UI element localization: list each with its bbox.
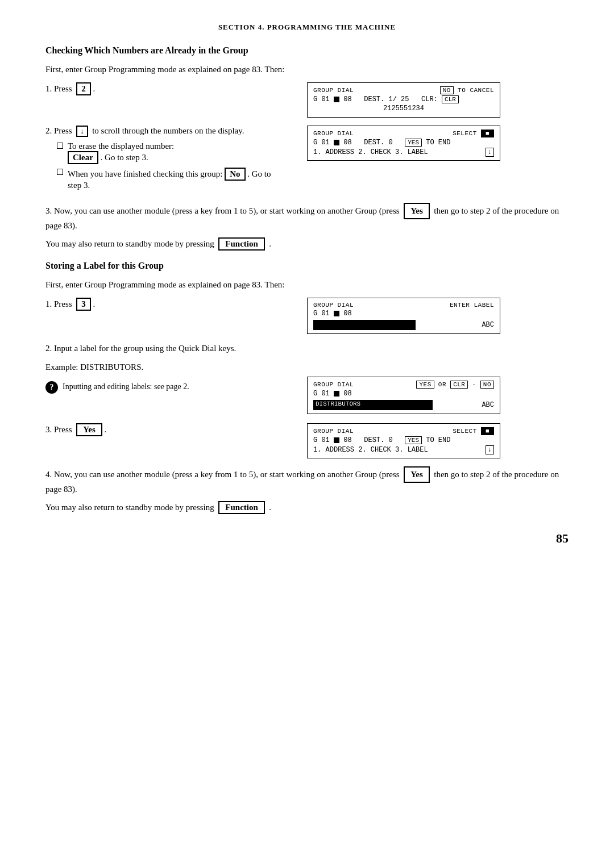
s2-lcd3-left: GROUP DIAL	[313, 428, 354, 435]
step2-left: 2. Press ↓ to scroll through the numbers…	[45, 126, 284, 194]
s2-step2-para2: Example: DISTRIBUTORS.	[45, 361, 569, 374]
s2-step4-para: 4. Now, you can use another module (pres…	[45, 466, 569, 495]
no-key: No	[225, 168, 245, 181]
step2-text-prefix: 2. Press	[45, 126, 72, 135]
lcd1-to-cancel: TO CANCEL	[458, 87, 494, 94]
section2-title: Storing a Label for this Group	[45, 261, 569, 271]
s2-lcd2-right: YES OR CLR · NO	[416, 381, 494, 389]
function-line-s2: You may also return to standby mode by p…	[45, 501, 569, 514]
s2-lcd1-right: ENTER LABEL	[450, 302, 494, 308]
lcd1-g01: G 01 08 DEST. 1/ 25 CLR: CLR	[313, 95, 459, 103]
s2-lcd1-g01: G 01 08	[313, 310, 352, 318]
section2-intro: First, enter Group Programming mode as e…	[45, 280, 569, 290]
step2-substeps: To erase the displayed number: Clear . G…	[57, 141, 284, 190]
s2-step2-lcd: GROUP DIAL YES OR CLR · NO G 01 08 DISTR…	[307, 377, 500, 414]
function-key-s2: Function	[218, 501, 265, 514]
function-key-s1: Function	[218, 237, 265, 251]
step2-lcd: GROUP DIAL SELECT ■ G 01 08 DEST. 0 YES …	[307, 126, 500, 161]
substep1-text: To erase the displayed number: Clear . G…	[68, 141, 174, 164]
s2-lcd2-abc: ABC	[482, 401, 494, 409]
section1-title: Checking Which Numbers are Already in th…	[45, 45, 569, 56]
distributors-text: DISTRIBUTORS	[316, 400, 360, 407]
s2-lcd3-g01-line2: G 01 08 DEST. 0 YES TO END	[313, 436, 450, 444]
s2-step1-left: 1. Press 3 .	[45, 298, 284, 314]
clear-key: Clear	[68, 151, 98, 164]
s2-lcd1-abc: ABC	[482, 321, 494, 329]
yes-box3: YES	[405, 436, 422, 444]
section-header: SECTION 4. PROGRAMMING THE MACHINE	[45, 23, 569, 32]
step1-row: 1. Press 2 . GROUP DIAL NO TO CANCEL G 0…	[45, 82, 569, 118]
no-box2: NO	[480, 381, 494, 389]
s2-lcd1-black-rect	[313, 320, 416, 330]
clr-box2: CLR	[450, 381, 468, 389]
step3-para: 3. Now, you can use another module (pres…	[45, 203, 569, 232]
s2-step3-row: 3. Press Yes . GROUP DIAL SELECT ■ G 01 …	[45, 423, 569, 458]
s2-step1-text: 1. Press	[45, 299, 72, 308]
s2-lcd3-line3: 1. ADDRESS 2. CHECK 3. LABEL	[313, 446, 428, 454]
s2-step2-para: 2. Input a label for the group using the…	[45, 342, 569, 355]
s2-lcd2-distributors: DISTRIBUTORS	[313, 400, 433, 410]
lcd1-line3: 2125551234	[313, 105, 494, 112]
s2-lcd2-line2: G 01 08	[313, 390, 494, 398]
select-block: ■	[481, 130, 494, 137]
lcd2-g01-line2: G 01 08 DEST. 0 YES TO END	[313, 139, 450, 147]
substep2-text: When you have finished checking this gro…	[68, 168, 284, 190]
s2-lcd3-line2: G 01 08 DEST. 0 YES TO END	[313, 436, 494, 444]
s2-step3-label: 3. Press Yes .	[45, 423, 284, 436]
question-text: Inputting and editing labels: see page 2…	[63, 381, 189, 393]
step2-main: 2. Press ↓ to scroll through the numbers…	[45, 126, 284, 137]
s2-step3-text: 3. Press	[45, 425, 72, 434]
substep1: To erase the displayed number: Clear . G…	[57, 141, 284, 164]
lcd2-arrow: ↓	[486, 148, 494, 157]
yes-box: YES	[405, 139, 422, 147]
s2-lcd1-left: GROUP DIAL	[313, 302, 354, 308]
s2-step3-lcd: GROUP DIAL SELECT ■ G 01 08 DEST. 0 YES …	[307, 423, 500, 458]
select-block3: ■	[481, 427, 494, 435]
step1-key: 2	[76, 82, 91, 95]
s2-step1-label: 1. Press 3 .	[45, 298, 273, 311]
substep2-checkbox	[57, 169, 63, 175]
s2-step1-row: 1. Press 3 . GROUP DIAL ENTER LABEL G 01…	[45, 298, 569, 334]
step2-block: 2. Press ↓ to scroll through the numbers…	[45, 126, 569, 194]
s2-step2-block: 2. Input a label for the group using the…	[45, 342, 569, 414]
lcd2-label-right: SELECT ■	[453, 130, 494, 137]
yes-key-s1s3: Yes	[404, 203, 430, 219]
lcd1-line2: G 01 08 DEST. 1/ 25 CLR: CLR	[313, 95, 494, 103]
s2-lcd2-left: GROUP DIAL	[313, 381, 354, 388]
question-block: ? Inputting and editing labels: see page…	[45, 381, 284, 394]
yes-key-s2s4: Yes	[404, 466, 430, 483]
no-box: NO	[440, 86, 454, 94]
s2-lcd1-line2: G 01 08	[313, 310, 494, 318]
function-line-s1: You may also return to standby mode by p…	[45, 237, 569, 251]
question-icon: ?	[45, 381, 58, 394]
substep2: When you have finished checking this gro…	[57, 168, 284, 190]
lcd1-label-left: GROUP DIAL	[313, 87, 354, 94]
step2-text-suffix: to scroll through the numbers on the dis…	[92, 126, 244, 135]
s2-step3-left: 3. Press Yes .	[45, 423, 284, 440]
lcd2-label-left: GROUP DIAL	[313, 130, 354, 137]
s2-step1-key: 3	[76, 298, 91, 311]
s2-lcd2-g01: G 01 08	[313, 390, 352, 398]
yes-box2: YES	[416, 381, 434, 389]
s2-step2-left: ? Inputting and editing labels: see page…	[45, 377, 284, 394]
lcd2-line2: G 01 08 DEST. 0 YES TO END	[313, 139, 494, 147]
s2-step3-key: Yes	[76, 423, 102, 436]
step1-text: 1. Press	[45, 84, 72, 93]
substep1-checkbox	[57, 143, 63, 149]
lcd1-label-right: NO TO CANCEL	[440, 86, 494, 94]
step1-lcd: GROUP DIAL NO TO CANCEL G 01 08 DEST. 1/…	[307, 82, 500, 118]
s2-lcd3-arrow: ↓	[486, 445, 494, 454]
s2-step1-lcd: GROUP DIAL ENTER LABEL G 01 08 ABC	[307, 298, 500, 334]
lcd2-line3: 1. ADDRESS 2. CHECK 3. LABEL	[313, 148, 428, 156]
step1-left: 1. Press 2 .	[45, 82, 284, 99]
step2-down-arrow: ↓	[76, 126, 88, 137]
s2-lcd3-right: SELECT ■	[453, 427, 494, 435]
page-number: 85	[45, 531, 569, 546]
section1-intro: First, enter Group Programming mode as e…	[45, 65, 569, 74]
step1-label: 1. Press 2 .	[45, 82, 273, 95]
